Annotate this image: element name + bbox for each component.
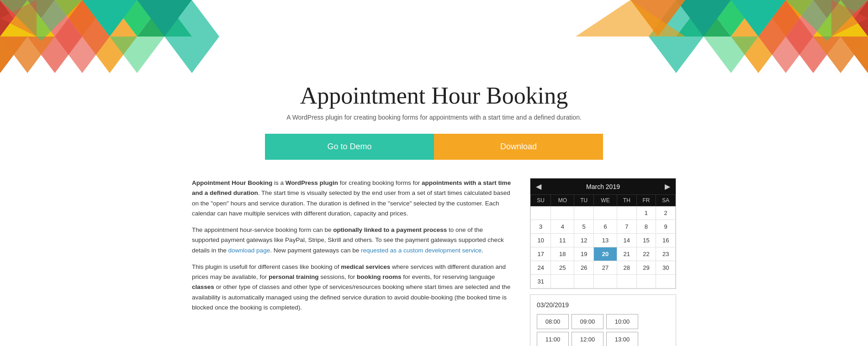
calendar-day-cell[interactable]: 6 (593, 220, 617, 234)
calendar-day-headers: SU MO TU WE TH FR SA (531, 195, 676, 206)
calendar-empty-cell (617, 206, 637, 220)
time-slot-button[interactable]: 13:00 (606, 332, 638, 346)
day-su: SU (531, 195, 551, 206)
calendar-day-cell[interactable]: 14 (617, 234, 637, 247)
calendar-day-cell[interactable]: 9 (656, 220, 676, 234)
calendar-day-cell[interactable]: 31 (531, 275, 551, 288)
calendar-body: 1234567891011121314151617181920212223242… (531, 206, 676, 288)
calendar-empty-cell (617, 275, 637, 288)
calendar-prev-button[interactable]: ◀ (536, 182, 541, 191)
calendar-day-cell[interactable]: 8 (636, 220, 656, 234)
calendar-day-cell[interactable]: 10 (531, 234, 551, 247)
calendar-week-row: 3456789 (531, 220, 676, 234)
demo-button[interactable]: Go to Demo (265, 134, 434, 160)
medical-highlight: medical services (341, 263, 390, 270)
download-page-link[interactable]: download page (228, 247, 270, 254)
calendar-day-cell[interactable]: 25 (551, 261, 574, 275)
content-section: Appointment Hour Booking is a WordPress … (164, 178, 704, 346)
calendar-day-cell[interactable]: 19 (574, 247, 594, 261)
rooms-highlight: booking rooms (357, 273, 402, 280)
time-slot-button[interactable]: 10:00 (606, 314, 638, 329)
calendar-day-cell[interactable]: 29 (636, 261, 656, 275)
day-fr: FR (636, 195, 656, 206)
time-slot-button[interactable]: 12:00 (572, 332, 603, 346)
description-column: Appointment Hour Booking is a WordPress … (192, 178, 512, 319)
hero-background (0, 0, 868, 73)
wordpress-plugin-label: WordPress plugin (286, 179, 338, 186)
training-highlight: personal training (269, 273, 319, 280)
calendar-day-cell[interactable]: 17 (531, 247, 551, 261)
calendar-day-cell[interactable]: 28 (617, 261, 637, 275)
calendar-empty-cell (574, 275, 594, 288)
day-mo: MO (551, 195, 574, 206)
day-we: WE (593, 195, 617, 206)
calendar-next-button[interactable]: ▶ (665, 182, 670, 191)
calendar-empty-cell (531, 206, 551, 220)
calendar-day-cell[interactable]: 3 (531, 220, 551, 234)
calendar-day-cell[interactable]: 26 (574, 261, 594, 275)
calendar-day-cell[interactable]: 22 (636, 247, 656, 261)
calendar-day-cell[interactable]: 21 (617, 247, 637, 261)
calendar-day-cell[interactable]: 13 (593, 234, 617, 247)
calendar-empty-cell (656, 275, 676, 288)
time-slot-button[interactable]: 08:00 (537, 314, 569, 329)
selected-date-label: 03/20/2019 (537, 301, 669, 309)
calendar-day-cell[interactable]: 12 (574, 234, 594, 247)
description-para2: The appointment hour-service booking for… (192, 225, 512, 256)
plugin-name: Appointment Hour Booking (192, 179, 272, 186)
calendar-day-cell[interactable]: 18 (551, 247, 574, 261)
calendar-day-cell[interactable]: 7 (617, 220, 637, 234)
calendar-empty-cell (593, 275, 617, 288)
calendar-day-cell[interactable]: 4 (551, 220, 574, 234)
day-th: TH (617, 195, 637, 206)
calendar-day-cell[interactable]: 11 (551, 234, 574, 247)
calendar-day-cell[interactable]: 30 (656, 261, 676, 275)
calendar-widget: ◀ March 2019 ▶ SU MO TU WE TH FR SA (530, 178, 676, 289)
calendar-day-cell[interactable]: 27 (593, 261, 617, 275)
calendar-week-row: 24252627282930 (531, 261, 676, 275)
cta-buttons: Go to Demo Download (265, 134, 603, 160)
calendar-week-row: 12 (531, 206, 676, 220)
download-button[interactable]: Download (434, 134, 603, 160)
description-para3: This plugin is usefull for different cas… (192, 262, 512, 313)
calendar-header: ◀ March 2019 ▶ (530, 178, 676, 194)
title-section: Appointment Hour Booking A WordPress plu… (256, 73, 612, 160)
description-para1: Appointment Hour Booking is a WordPress … (192, 178, 512, 219)
calendar-empty-cell (636, 275, 656, 288)
custom-dev-link[interactable]: requested as a custom development servic… (361, 247, 482, 254)
calendar-grid: SU MO TU WE TH FR SA 1234567891011121314… (530, 194, 676, 288)
calendar-day-cell[interactable]: 24 (531, 261, 551, 275)
calendar-day-cell[interactable]: 2 (656, 206, 676, 220)
calendar-day-cell[interactable]: 23 (656, 247, 676, 261)
widget-column: ◀ March 2019 ▶ SU MO TU WE TH FR SA (530, 178, 676, 346)
page-title: Appointment Hour Booking (265, 82, 603, 109)
time-slot-button[interactable]: 09:00 (572, 314, 603, 329)
calendar-empty-cell (551, 275, 574, 288)
payment-highlight: optionally linked to a payment process (333, 226, 447, 233)
time-slot-button[interactable]: 11:00 (537, 332, 569, 346)
calendar-empty-cell (593, 206, 617, 220)
calendar-day-cell[interactable]: 5 (574, 220, 594, 234)
calendar-empty-cell (574, 206, 594, 220)
slots-grid: 08:0009:0010:0011:0012:0013:0014:0015:00… (537, 314, 669, 346)
calendar-week-row: 17181920212223 (531, 247, 676, 261)
classes-highlight: classes (192, 283, 214, 290)
time-slots-widget: 03/20/2019 08:0009:0010:0011:0012:0013:0… (530, 294, 676, 346)
calendar-empty-cell (551, 206, 574, 220)
day-sa: SA (656, 195, 676, 206)
calendar-day-cell[interactable]: 20 (593, 247, 617, 261)
calendar-month-label: March 2019 (586, 183, 620, 190)
calendar-day-cell[interactable]: 1 (636, 206, 656, 220)
calendar-day-cell[interactable]: 15 (636, 234, 656, 247)
calendar-day-cell[interactable]: 16 (656, 234, 676, 247)
calendar-week-row: 31 (531, 275, 676, 288)
day-tu: TU (574, 195, 594, 206)
page-subtitle: A WordPress plugin for creating booking … (265, 114, 603, 121)
calendar-week-row: 10111213141516 (531, 234, 676, 247)
